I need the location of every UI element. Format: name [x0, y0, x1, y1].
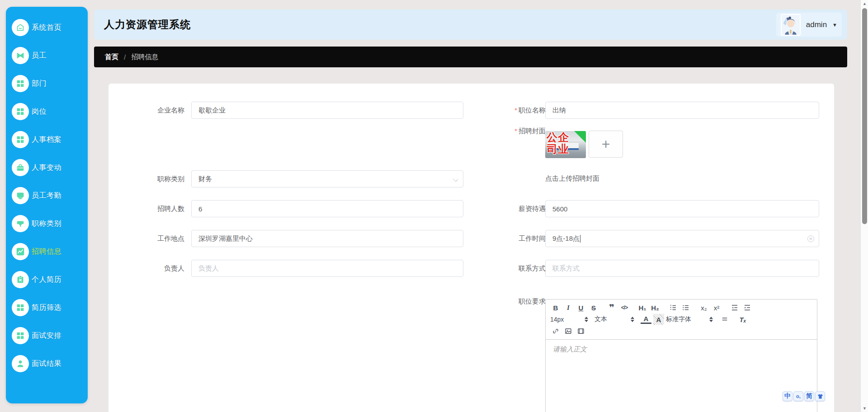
cover-thumbnail[interactable]: 公企 司业 — [545, 131, 586, 158]
clipboard-icon — [12, 271, 29, 288]
ime-language-toggle[interactable]: 中 — [783, 391, 793, 401]
paragraph-style-picker[interactable]: 文本 — [594, 314, 634, 325]
text-color-button[interactable]: A — [641, 315, 651, 324]
bullet-list-icon[interactable] — [680, 302, 691, 313]
sidebar-item-employee[interactable]: 员工 — [6, 42, 88, 70]
heading1-button[interactable]: H₁ — [637, 302, 648, 313]
home-icon — [12, 19, 29, 36]
page-title: 人力资源管理系统 — [104, 18, 191, 32]
recruitment-form-card: 企业名称 歇歇企业 职称类别 财务 招聘人数 6 工作地点 深圳罗湖嘉里中心 负… — [108, 84, 834, 412]
title-category-label: 职称类别 — [112, 170, 184, 187]
grid-icon — [12, 299, 29, 316]
subscript-button[interactable]: x₂ — [698, 302, 709, 313]
font-size-picker[interactable]: 14px — [550, 314, 588, 325]
sidebar-item-interview-schedule[interactable]: 面试安排 — [6, 322, 88, 350]
text-caret — [580, 235, 580, 243]
cover-text: 公企 司业 — [547, 131, 569, 155]
breadcrumb-separator: / — [124, 53, 126, 61]
cover-upload-hint: 点击上传招聘封面 — [545, 174, 599, 183]
indent-icon[interactable] — [742, 302, 753, 313]
outdent-icon[interactable] — [729, 302, 740, 313]
spinner-arrows-icon — [631, 317, 634, 322]
sidebar-item-interview-result[interactable]: 面试结果 — [6, 350, 88, 378]
user-menu[interactable]: admin ▼ — [776, 13, 842, 37]
editor-toolbar: B I U S ❞ </> H₁ H₂ x₂ x² — [546, 300, 817, 340]
sidebar-item-recruitment-info[interactable]: 招聘信息 — [6, 238, 88, 266]
italic-button[interactable]: I — [563, 302, 574, 313]
font-family-picker[interactable]: 标准字体 — [666, 314, 713, 325]
ime-toolbar: 中 o, 简 — [783, 391, 825, 401]
editor-body[interactable]: 请输入正文 — [546, 340, 817, 412]
plus-icon: + — [602, 137, 610, 151]
scrollbar-down-arrow[interactable]: ▼ — [861, 405, 868, 412]
headcount-input[interactable]: 6 — [191, 200, 463, 217]
breadcrumb-current: 招聘信息 — [131, 53, 158, 61]
ordered-list-icon[interactable] — [668, 302, 679, 313]
sidebar-item-resume-screening[interactable]: 简历筛选 — [6, 294, 88, 322]
required-asterisk: * — [514, 106, 517, 114]
company-name-input[interactable]: 歇歇企业 — [191, 102, 463, 119]
grid-icon — [12, 131, 29, 148]
blockquote-button[interactable]: ❞ — [606, 302, 617, 313]
badge-icon — [12, 47, 29, 64]
image-icon[interactable] — [563, 326, 574, 337]
contact-label: 联系方式 — [473, 260, 546, 277]
vertical-scrollbar[interactable]: ▲ ▼ — [860, 0, 868, 412]
grid-icon — [12, 75, 29, 92]
contact-input[interactable]: 联系方式 — [545, 260, 819, 277]
sidebar-item-personnel-archive[interactable]: 人事档案 — [6, 126, 88, 154]
sidebar-item-department[interactable]: 部门 — [6, 70, 88, 98]
header: 人力资源管理系统 admin ▼ — [94, 9, 847, 40]
editor-placeholder: 请输入正文 — [553, 345, 587, 353]
sidebar: 系统首页 员工 部门 岗位 人事档案 人事变动 员工考勤 — [6, 7, 88, 403]
cover-corner-badge — [574, 131, 586, 143]
sidebar-item-post[interactable]: 岗位 — [6, 98, 88, 126]
person-icon — [12, 355, 29, 372]
ime-simplified-toggle[interactable]: 简 — [804, 391, 814, 401]
video-icon[interactable] — [576, 326, 586, 337]
work-location-input[interactable]: 深圳罗湖嘉里中心 — [191, 230, 463, 247]
superscript-button[interactable]: x² — [711, 302, 722, 313]
user-name: admin — [806, 20, 827, 29]
sidebar-item-title-category[interactable]: 职称类别 — [6, 210, 88, 238]
cover-upload-button[interactable]: + — [589, 131, 623, 158]
strikethrough-button[interactable]: S — [588, 302, 599, 313]
bold-button[interactable]: B — [550, 302, 561, 313]
salary-label: 薪资待遇 — [473, 200, 546, 217]
grid-icon — [12, 327, 29, 344]
chart-icon — [12, 243, 29, 260]
monitor-icon — [12, 187, 29, 204]
title-category-select[interactable]: 财务 — [191, 170, 463, 187]
required-asterisk: * — [514, 127, 517, 135]
requirements-label: 职位要求 — [473, 293, 546, 310]
clear-format-button[interactable]: Tₓ — [737, 314, 748, 325]
chevron-down-icon — [453, 177, 458, 182]
sidebar-item-personnel-change[interactable]: 人事变动 — [6, 154, 88, 182]
ime-skin-icon[interactable] — [815, 391, 825, 401]
work-time-input[interactable]: 9点-18点 ✕ — [545, 230, 819, 247]
highlight-color-button[interactable]: A — [653, 314, 664, 325]
clear-icon[interactable]: ✕ — [807, 235, 814, 242]
breadcrumb-home-link[interactable]: 首页 — [105, 53, 118, 61]
salary-input[interactable]: 5600 — [545, 200, 819, 217]
manager-input[interactable]: 负责人 — [191, 260, 463, 277]
underline-button[interactable]: U — [576, 302, 586, 313]
line-height-icon[interactable] — [719, 314, 730, 325]
sidebar-item-home[interactable]: 系统首页 — [6, 14, 88, 42]
scrollbar-thumb[interactable] — [862, 8, 867, 224]
chevron-down-icon: ▼ — [832, 22, 837, 28]
grid-icon — [12, 103, 29, 120]
manager-label: 负责人 — [112, 260, 184, 277]
company-name-label: 企业名称 — [112, 102, 184, 119]
sidebar-item-attendance[interactable]: 员工考勤 — [6, 182, 88, 210]
heading2-button[interactable]: H₂ — [650, 302, 660, 313]
cover-label: *招聘封面 — [473, 122, 546, 140]
position-name-input[interactable]: 出纳 — [545, 102, 819, 119]
code-block-button[interactable]: </> — [619, 302, 630, 313]
link-icon[interactable] — [550, 326, 561, 337]
ime-punctuation-toggle[interactable]: o, — [793, 391, 803, 401]
breadcrumb: 首页 / 招聘信息 — [94, 47, 847, 67]
sidebar-item-resume[interactable]: 个人简历 — [6, 266, 88, 294]
requirements-editor: B I U S ❞ </> H₁ H₂ x₂ x² — [545, 299, 817, 412]
scrollbar-up-arrow[interactable]: ▲ — [861, 0, 868, 7]
